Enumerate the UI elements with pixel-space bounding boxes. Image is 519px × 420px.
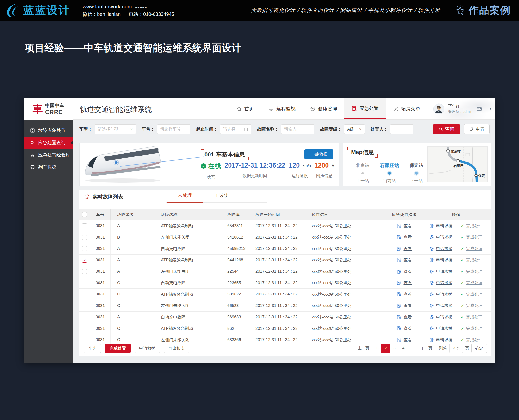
select-all-button[interactable]: 全选	[84, 344, 101, 353]
table-row: 0031 C ATP触发紧急制动 562 2017-12-31 11 : 34 …	[79, 323, 491, 335]
request-rescue-link[interactable]: 申请求援	[429, 269, 452, 274]
view-link[interactable]: 查看	[397, 246, 412, 252]
view-doc-icon	[397, 257, 402, 262]
nav-expand-menu[interactable]: 拓展菜单	[386, 98, 427, 119]
request-rescue-link[interactable]: 申请求援	[429, 315, 452, 320]
row-checkbox[interactable]	[82, 246, 87, 251]
complete-handling-button[interactable]: 完成处置	[105, 344, 131, 353]
view-link[interactable]: 查看	[397, 280, 412, 285]
mail-icon[interactable]	[476, 106, 482, 112]
request-rescue-link[interactable]: 申请求援	[429, 257, 452, 263]
complete-handling-link[interactable]: ✓ 完成处理	[461, 303, 482, 308]
row-checkbox[interactable]	[82, 235, 87, 240]
request-rescue-link[interactable]: 申请求援	[429, 337, 452, 343]
monitor-icon	[268, 106, 274, 112]
page-button-1[interactable]: 1	[372, 344, 381, 353]
view-link[interactable]: 查看	[397, 326, 412, 331]
train-icon	[30, 165, 35, 170]
request-rescue-link[interactable]: 申请求援	[429, 223, 452, 229]
complete-handling-link[interactable]: ✓ 完成处理	[461, 315, 482, 320]
complete-handling-link[interactable]: ✓ 完成处理	[461, 337, 482, 343]
complete-handling-link[interactable]: ✓ 完成处理	[461, 326, 482, 331]
request-rescue-link[interactable]: 申请求援	[429, 303, 452, 308]
request-rescue-link[interactable]: 申请求援	[429, 234, 452, 240]
goto-page-stepper[interactable]: 3	[449, 344, 463, 353]
view-link[interactable]: 查看	[397, 315, 412, 320]
request-rescue-link[interactable]: 申请求援	[429, 292, 452, 297]
nav-home[interactable]: 首页	[229, 98, 261, 119]
page-button-4[interactable]: 4	[399, 344, 408, 353]
tab-unprocessed[interactable]: 未处理	[166, 192, 204, 202]
current-station-dot	[388, 172, 391, 175]
train-stats: ✓在线 状态 2017-12-31 12:36:22 数据更新时间 120km/…	[201, 162, 334, 180]
car-type-select[interactable]: 请选择车型 ∨	[95, 124, 136, 134]
fault-level-select[interactable]: A级 ∨	[344, 124, 365, 134]
cell-location: xxx站-ccc站 50公里处	[306, 278, 388, 289]
request-rescue-link[interactable]: 申请求援	[429, 246, 452, 252]
view-link[interactable]: 查看	[397, 257, 412, 263]
complete-handling-link[interactable]: ✓ 完成处理	[461, 269, 482, 274]
table-row: 0031 A 左侧门未能关闭 22544 2017-12-31 11 : 34 …	[79, 266, 491, 278]
page-ellipsis[interactable]: ···	[408, 344, 418, 353]
next-page-button[interactable]: 下一页	[418, 344, 435, 353]
complete-handling-link[interactable]: ✓ 完成处理	[461, 292, 482, 297]
check-icon: ✓	[461, 223, 464, 228]
view-link[interactable]: 查看	[397, 303, 412, 308]
lanlan-logo-text: 蓝蓝设计	[23, 3, 70, 18]
select-all-checkbox[interactable]	[82, 212, 87, 217]
view-doc-icon	[397, 315, 402, 320]
prev-page-button[interactable]: 上一页	[355, 344, 372, 353]
export-report-button[interactable]: 导出报表	[164, 344, 189, 353]
fault-name-input[interactable]	[284, 127, 311, 132]
sidebar-item-train-rescue[interactable]: 列车救援	[24, 161, 73, 173]
realtime-refresh-icon[interactable]	[84, 194, 90, 200]
nav-remote-monitor[interactable]: 远程监视	[261, 98, 303, 119]
avatar[interactable]	[433, 104, 444, 114]
route-map[interactable]: 北京站 石家庄 保定	[427, 146, 488, 182]
view-link[interactable]: 查看	[397, 223, 412, 229]
complete-handling-link[interactable]: ✓ 完成处理	[461, 280, 482, 285]
request-rescue-link[interactable]: 申请求援	[429, 280, 452, 285]
view-link[interactable]: 查看	[397, 234, 412, 240]
tab-processed[interactable]: 已处理	[204, 192, 243, 202]
query-button[interactable]: 查询	[433, 124, 460, 134]
sidebar-item-fault-emergency[interactable]: 故障应急处置	[24, 124, 73, 136]
row-checkbox[interactable]	[82, 269, 87, 274]
request-rescue-button[interactable]: 申请救援	[135, 344, 160, 353]
reset-button[interactable]: 重置	[464, 124, 490, 134]
page-button-2-active[interactable]: 2	[381, 344, 390, 353]
view-link[interactable]: 查看	[397, 292, 412, 297]
nav-emergency-handling[interactable]: 应急处置	[344, 98, 386, 119]
complete-handling-link[interactable]: ✓ 完成处理	[461, 223, 482, 229]
complete-handling-link[interactable]: ✓ 完成处理	[461, 234, 482, 240]
time-range-picker[interactable]: 请选择	[220, 124, 251, 134]
arrows-decoration: ▸▸▸▸▸	[135, 5, 147, 9]
one-key-rescue-button[interactable]: 一键救援	[304, 149, 333, 159]
cell-fault-name: ATP触发紧急制动	[156, 255, 224, 266]
car-no-input[interactable]	[160, 127, 187, 132]
view-label: 查看	[404, 337, 412, 343]
complete-handling-link[interactable]: ✓ 完成处理	[461, 257, 482, 263]
page-button-3[interactable]: 3	[390, 344, 399, 353]
sidebar-item-emergency-query[interactable]: 应急处置查询	[24, 136, 73, 149]
goto-confirm-button[interactable]: 确定	[472, 344, 487, 353]
lifebuoy-icon	[429, 246, 434, 251]
view-link[interactable]: 查看	[397, 337, 412, 343]
update-time-value: 2017-12-31 12:36:22	[225, 162, 286, 169]
cell-car-no: 0031	[90, 312, 110, 323]
complete-handling-link[interactable]: ✓ 完成处理	[461, 246, 482, 252]
nav-health-management[interactable]: 健康管理	[303, 98, 344, 119]
view-label: 查看	[404, 223, 412, 229]
row-checkbox[interactable]	[82, 258, 87, 262]
cell-start-time: 2017-12-31 11 : 34 : 22	[251, 323, 306, 334]
filter-fault-name: 故障名称：	[257, 124, 314, 134]
row-checkbox[interactable]	[82, 281, 87, 285]
row-checkbox[interactable]	[82, 224, 87, 228]
handler-input[interactable]	[393, 127, 410, 132]
logout-icon[interactable]	[486, 106, 492, 112]
view-link[interactable]: 查看	[397, 269, 412, 274]
sidebar-item-experience-base[interactable]: 应急处置经验库	[24, 149, 73, 161]
fault-icon	[30, 128, 35, 133]
map-label-beijing: 北京站	[450, 149, 461, 153]
request-rescue-link[interactable]: 申请求援	[429, 326, 452, 331]
